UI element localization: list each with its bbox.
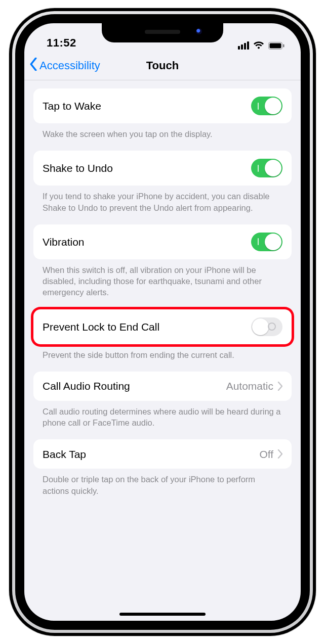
svg-rect-1 (270, 43, 281, 48)
switch-prevent-lock-end-call[interactable] (251, 317, 282, 336)
cell-shake-to-undo[interactable]: Shake to Undo (33, 151, 292, 186)
svg-rect-2 (283, 44, 285, 47)
phone-frame: 11:52 (9, 8, 316, 636)
cell-label: Back Tap (43, 448, 259, 461)
battery-icon (268, 42, 285, 50)
earpiece (145, 30, 180, 34)
side-button-hardware (316, 152, 323, 212)
cell-footer: If you tend to shake your iPhone by acci… (33, 186, 292, 213)
cell-label: Tap to Wake (43, 100, 251, 112)
chevron-left-icon (29, 58, 37, 74)
status-time: 11:52 (47, 36, 76, 50)
chevron-right-icon (277, 449, 282, 458)
nav-bar: Accessibility Touch (24, 52, 301, 80)
cell-back-tap[interactable]: Back Tap Off (33, 439, 292, 469)
switch-tap-to-wake[interactable] (251, 97, 282, 115)
cell-vibration[interactable]: Vibration (33, 224, 292, 259)
notch (102, 23, 223, 42)
cell-label: Prevent Lock to End Call (43, 320, 251, 333)
cell-label: Vibration (43, 236, 251, 248)
switch-vibration[interactable] (251, 233, 282, 251)
volume-up-hardware (2, 142, 9, 184)
front-camera (196, 28, 202, 34)
back-button[interactable]: Accessibility (29, 58, 100, 74)
cell-value: Off (259, 448, 273, 461)
cell-footer: Call audio routing determines where audi… (33, 401, 292, 429)
cell-footer: Wake the screen when you tap on the disp… (33, 123, 292, 140)
switch-shake-to-undo[interactable] (251, 159, 282, 177)
cell-prevent-lock-end-call[interactable]: Prevent Lock to End Call (33, 309, 292, 344)
cell-label: Shake to Undo (43, 162, 251, 174)
chevron-right-icon (277, 382, 282, 391)
cell-footer: Double or triple tap on the back of your… (33, 469, 292, 496)
cell-call-audio-routing[interactable]: Call Audio Routing Automatic (33, 372, 292, 401)
cell-tap-to-wake[interactable]: Tap to Wake (33, 88, 292, 123)
mute-switch-hardware (2, 101, 9, 124)
wifi-icon (253, 41, 264, 50)
cell-value: Automatic (226, 380, 273, 392)
home-indicator[interactable] (119, 613, 206, 616)
cell-footer: Prevent the side button from ending the … (33, 344, 292, 360)
cell-footer: When this switch is off, all vibration o… (33, 259, 292, 298)
cellular-signal-icon (238, 41, 249, 50)
back-label: Accessibility (39, 59, 100, 72)
volume-down-hardware (2, 192, 9, 235)
screen: 11:52 (24, 23, 301, 621)
cell-label: Call Audio Routing (43, 380, 226, 392)
settings-list[interactable]: Tap to Wake Wake the screen when you tap… (24, 88, 301, 507)
